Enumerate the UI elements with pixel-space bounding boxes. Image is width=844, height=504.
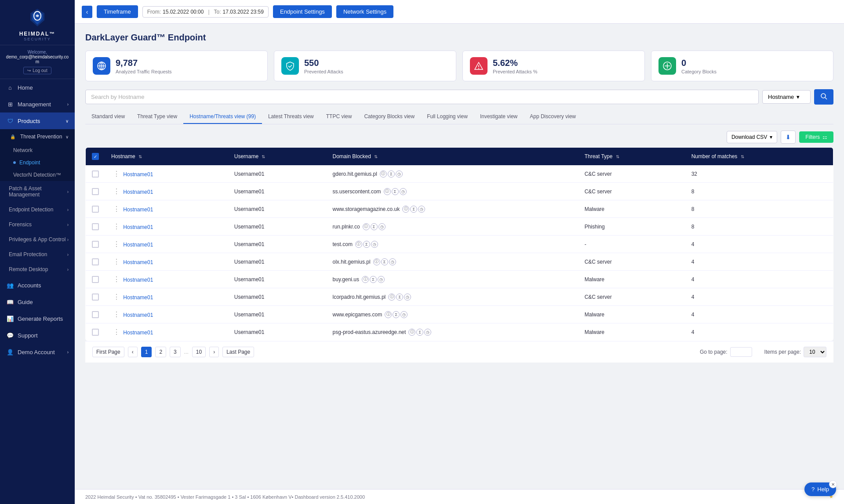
prev-page-button[interactable]: ‹ [128, 347, 138, 357]
hostname-link-9[interactable]: Hostname01 [123, 330, 153, 336]
sidebar-item-home[interactable]: ⌂ Home [0, 79, 75, 96]
sidebar-item-generate-reports[interactable]: 📊 Generate Reports [0, 310, 75, 327]
page-2-button[interactable]: 2 [155, 347, 166, 357]
page-1-button[interactable]: 1 [141, 347, 152, 357]
menu-dots-3[interactable]: ⋮ [111, 223, 122, 230]
info-icon-8[interactable]: ⓘ [385, 311, 392, 318]
sigma-icon-6[interactable]: Σ [370, 276, 377, 283]
hostname-link-6[interactable]: Hostname01 [123, 277, 153, 283]
menu-dots-5[interactable]: ⋮ [111, 258, 122, 265]
sigma-icon-0[interactable]: Σ [388, 170, 395, 178]
menu-dots-9[interactable]: ⋮ [111, 328, 122, 336]
info-icon-7[interactable]: ⓘ [388, 294, 395, 301]
sidebar-item-accounts[interactable]: 👥 Accounts [0, 277, 75, 294]
goto-page-input[interactable] [730, 347, 752, 357]
search-button[interactable] [814, 89, 833, 105]
tab-investigate-view[interactable]: Investigate view [474, 110, 524, 124]
row-checkbox-8[interactable] [92, 311, 99, 318]
sidebar-item-patch-management[interactable]: Patch & Asset Management › [0, 181, 75, 202]
sidebar-item-privileges[interactable]: Privileges & App Control › [0, 232, 75, 247]
page-last-num-button[interactable]: 10 [192, 347, 206, 357]
tab-threat-type-view[interactable]: Threat Type view [131, 110, 183, 124]
info-icon-2[interactable]: ⓘ [402, 206, 409, 213]
network-settings-button[interactable]: Network Settings [336, 5, 393, 18]
matches-header[interactable]: Number of matches ⇅ [685, 148, 833, 166]
clock-icon-6[interactable]: ◷ [378, 276, 385, 283]
sidebar-item-threat-prevention[interactable]: 🔒 Threat Prevention ∨ [0, 129, 75, 144]
sigma-icon-3[interactable]: Σ [371, 223, 378, 230]
next-page-button[interactable]: › [209, 347, 219, 357]
sidebar-item-email-protection[interactable]: Email Protection › [0, 247, 75, 262]
download-button[interactable]: ⬇ [781, 131, 796, 144]
info-icon-4[interactable]: ⓘ [355, 241, 362, 248]
sigma-icon-4[interactable]: Σ [363, 241, 370, 248]
clock-icon-4[interactable]: ◷ [371, 241, 378, 248]
timeframe-button[interactable]: Timeframe [97, 5, 138, 18]
sidebar-item-management[interactable]: ⊞ Management › [0, 96, 75, 112]
row-checkbox-4[interactable] [92, 241, 99, 248]
sidebar-item-remote-desktop[interactable]: Remote Desktop › [0, 262, 75, 277]
first-page-button[interactable]: First Page [92, 347, 124, 357]
menu-dots-7[interactable]: ⋮ [111, 293, 122, 301]
sigma-icon-8[interactable]: Σ [393, 311, 400, 318]
row-checkbox-5[interactable] [92, 258, 99, 265]
last-page-button[interactable]: Last Page [222, 347, 254, 357]
info-icon-6[interactable]: ⓘ [362, 276, 369, 283]
row-checkbox-3[interactable] [92, 223, 99, 230]
username-header[interactable]: Username ⇅ [228, 148, 327, 166]
tab-full-logging-view[interactable]: Full Logging view [421, 110, 474, 124]
select-all-header[interactable]: ✓ [86, 148, 106, 166]
logout-button[interactable]: ↪ Log out [23, 67, 51, 74]
menu-dots-2[interactable]: ⋮ [111, 205, 122, 213]
items-per-page-select[interactable]: 10 25 50 [804, 347, 826, 357]
sidebar-item-guide[interactable]: 📖 Guide [0, 294, 75, 310]
domain-header[interactable]: Domain Blocked ⇅ [327, 148, 578, 166]
info-icon-5[interactable]: ⓘ [373, 258, 380, 265]
sidebar-item-network[interactable]: Network [0, 144, 75, 156]
sidebar-item-support[interactable]: 💬 Support [0, 327, 75, 344]
menu-dots-8[interactable]: ⋮ [111, 311, 122, 318]
download-csv-select[interactable]: Download CSV ▾ [727, 131, 777, 143]
tab-category-blocks-view[interactable]: Category Blocks view [358, 110, 421, 124]
hostname-header[interactable]: Hostname ⇅ [105, 148, 228, 166]
menu-dots-1[interactable]: ⋮ [111, 188, 122, 195]
endpoint-settings-button[interactable]: Endpoint Settings [273, 5, 332, 18]
clock-icon-3[interactable]: ◷ [378, 223, 386, 230]
hostname-link-3[interactable]: Hostname01 [123, 224, 153, 230]
sidebar-item-products[interactable]: 🛡 Products ∨ [0, 112, 75, 129]
threat-type-header[interactable]: Threat Type ⇅ [578, 148, 685, 166]
clock-icon-0[interactable]: ◷ [396, 170, 403, 178]
menu-dots-0[interactable]: ⋮ [111, 170, 122, 178]
search-input[interactable] [85, 90, 759, 104]
sidebar-item-forensics[interactable]: Forensics › [0, 217, 75, 232]
hostname-link-5[interactable]: Hostname01 [123, 259, 153, 265]
clock-icon-8[interactable]: ◷ [400, 311, 407, 318]
close-help-button[interactable]: ✕ [829, 480, 837, 488]
tab-hostname-threats-view[interactable]: Hostname/Threats view (99) [183, 110, 262, 124]
tab-latest-threats-view[interactable]: Latest Threats view [262, 110, 320, 124]
sigma-icon-5[interactable]: Σ [381, 258, 388, 265]
row-checkbox-6[interactable] [92, 276, 99, 283]
collapse-button[interactable]: ‹ [82, 6, 92, 18]
menu-dots-4[interactable]: ⋮ [111, 240, 122, 248]
tab-ttpc-view[interactable]: TTPC view [320, 110, 358, 124]
select-all-checkbox[interactable]: ✓ [92, 153, 99, 160]
row-checkbox-9[interactable] [92, 329, 99, 336]
sidebar-item-endpoint-detection[interactable]: Endpoint Detection › [0, 202, 75, 217]
tab-standard-view[interactable]: Standard view [85, 110, 131, 124]
hostname-link-2[interactable]: Hostname01 [123, 207, 153, 213]
sigma-icon-7[interactable]: Σ [396, 294, 403, 301]
menu-dots-6[interactable]: ⋮ [111, 276, 122, 283]
hostname-link-0[interactable]: Hostname01 [123, 171, 153, 178]
row-checkbox-0[interactable] [92, 170, 99, 178]
sidebar-item-endpoint[interactable]: Endpoint [0, 156, 75, 169]
info-icon-9[interactable]: ⓘ [408, 329, 415, 336]
clock-icon-9[interactable]: ◷ [424, 329, 431, 336]
tab-app-discovery-view[interactable]: App Discovery view [524, 110, 582, 124]
hostname-link-7[interactable]: Hostname01 [123, 294, 153, 301]
page-3-button[interactable]: 3 [170, 347, 181, 357]
clock-icon-5[interactable]: ◷ [389, 258, 396, 265]
sidebar-item-demo-account[interactable]: 👤 Demo Account › [0, 344, 75, 360]
hostname-link-4[interactable]: Hostname01 [123, 242, 153, 248]
info-icon-0[interactable]: ⓘ [380, 170, 387, 178]
